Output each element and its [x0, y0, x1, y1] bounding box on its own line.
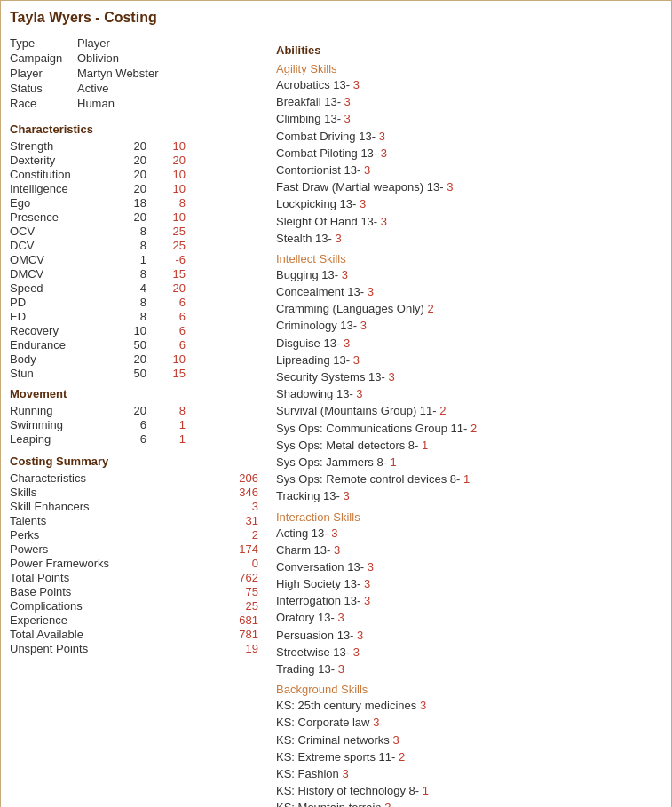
player-label: Player: [10, 67, 72, 80]
char-val: 8: [111, 225, 146, 238]
skill-cost: 2: [439, 404, 446, 417]
skill-row: Disguise 13- 3: [276, 336, 662, 352]
char-name: Intelligence: [10, 182, 107, 195]
skill-name: Conversation 13-: [276, 560, 364, 574]
skill-name: Streetwise 13-: [276, 645, 350, 659]
costing-row: Total Points 762: [10, 571, 258, 584]
skill-cost: 3: [343, 489, 349, 502]
char-name: Speed: [10, 281, 107, 295]
char-val: 8: [111, 296, 146, 309]
skill-cost: 3: [334, 543, 340, 557]
skill-name: Lockpicking 13-: [276, 197, 356, 210]
skill-row: Charm 13- 3: [276, 542, 662, 558]
skill-name: KS: 25th century medicines: [276, 699, 416, 712]
costing-label: Skill Enhancers: [10, 500, 90, 513]
costing-label: Experience: [10, 613, 67, 627]
costing-val: 762: [223, 571, 258, 584]
costing-val: 346: [223, 486, 258, 499]
skill-cost: 3: [331, 526, 337, 540]
char-cost: 10: [150, 210, 186, 224]
skills-container: Agility SkillsAcrobatics 13- 3Breakfall …: [276, 62, 662, 807]
char-cost: 20: [150, 154, 186, 167]
char-cost: 10: [150, 139, 186, 153]
char-row: Constitution 20 10: [10, 168, 258, 181]
costing-val: 206: [223, 471, 258, 485]
skill-row: Criminology 13- 3: [276, 318, 662, 334]
costing-val: 681: [223, 613, 258, 627]
skill-cost: 1: [391, 455, 397, 469]
skill-row: Combat Piloting 13- 3: [276, 146, 662, 162]
skill-row: Streetwise 13- 3: [276, 645, 662, 661]
skill-cost: 3: [356, 387, 362, 400]
costing-val: 25: [223, 599, 258, 613]
status-label: Status: [10, 82, 72, 95]
skill-name: Charm 13-: [276, 543, 330, 557]
info-block: Type Player Campaign Oblivion Player Mar…: [10, 36, 258, 110]
char-row: Ego 18 8: [10, 196, 258, 210]
char-val: 4: [111, 281, 146, 295]
skill-name: KS: Corporate law: [276, 716, 370, 729]
status-value: Active: [77, 82, 108, 95]
movement-val: 6: [111, 418, 146, 431]
skill-cost: 3: [373, 716, 379, 729]
skill-name: KS: Fashion: [276, 767, 339, 780]
skill-row: Tracking 13- 3: [276, 488, 662, 504]
char-name: Constitution: [10, 168, 107, 181]
skill-row: Sys Ops: Jammers 8- 1: [276, 455, 662, 471]
skill-name: KS: Criminal networks: [276, 733, 390, 747]
char-cost: 10: [150, 352, 186, 366]
char-row: Presence 20 10: [10, 210, 258, 224]
char-row: OMCV 1 -6: [10, 253, 258, 266]
costing-val: 2: [223, 528, 258, 542]
costing-label: Power Frameworks: [10, 557, 109, 570]
char-val: 50: [111, 367, 146, 380]
skill-name: Combat Driving 13-: [276, 130, 376, 143]
skill-cost: 3: [420, 699, 426, 712]
skill-name: Oratory 13-: [276, 611, 335, 624]
costing-label: Skills: [10, 486, 36, 499]
char-cost: 15: [150, 267, 186, 281]
abilities-header: Abilities: [276, 44, 662, 57]
skill-category-block: Interaction SkillsActing 13- 3Charm 13- …: [276, 510, 662, 678]
skill-row: Persuasion 13- 3: [276, 628, 662, 644]
skill-name: Contortionist 13-: [276, 163, 360, 177]
campaign-label: Campaign: [10, 51, 72, 65]
char-cost: 20: [150, 281, 186, 295]
skill-cost: 3: [364, 594, 370, 607]
skill-name: Security Systems 13-: [276, 370, 385, 384]
skill-name: Lipreading 13-: [276, 353, 350, 367]
skill-name: Trading 13-: [276, 662, 335, 676]
char-name: Recovery: [10, 324, 107, 337]
race-label: Race: [10, 97, 72, 110]
skill-row: Stealth 13- 3: [276, 231, 662, 247]
char-cost: 25: [150, 239, 186, 252]
skill-name: Cramming (Languages Only): [276, 302, 424, 315]
skill-row: Sys Ops: Remote control devices 8- 1: [276, 471, 662, 487]
skill-name: Stealth 13-: [276, 232, 332, 245]
skill-category-header: Interaction Skills: [276, 510, 662, 524]
costing-label: Total Available: [10, 628, 83, 641]
movement-name: Swimming: [10, 418, 107, 431]
char-val: 20: [111, 168, 146, 181]
costing-row: Powers 174: [10, 542, 258, 556]
skill-category-block: Intellect SkillsBugging 13- 3Concealment…: [276, 252, 662, 505]
skill-row: Fast Draw (Martial weapons) 13- 3: [276, 179, 662, 195]
char-row: ED 8 6: [10, 310, 258, 323]
skill-row: KS: Criminal networks 3: [276, 732, 662, 748]
skill-row: Contortionist 13- 3: [276, 162, 662, 178]
costing-label: Talents: [10, 514, 46, 527]
skill-cost: 3: [381, 215, 387, 228]
skill-cost: 3: [364, 163, 370, 177]
skill-cost: 3: [344, 336, 350, 350]
campaign-row: Campaign Oblivion: [10, 51, 258, 65]
page-container: Tayla Wyers - Costing Type Player Campai…: [0, 0, 672, 807]
skill-cost: 3: [368, 560, 374, 574]
skill-name: KS: Mountain terrain: [276, 801, 382, 807]
type-value: Player: [77, 36, 110, 50]
skill-category-header: Background Skills: [276, 683, 662, 696]
skill-row: High Society 13- 3: [276, 576, 662, 592]
costing-row: Perks 2: [10, 528, 258, 542]
char-name: Endurance: [10, 338, 107, 352]
costing-val: 174: [223, 542, 258, 556]
skill-row: Trading 13- 3: [276, 661, 662, 677]
